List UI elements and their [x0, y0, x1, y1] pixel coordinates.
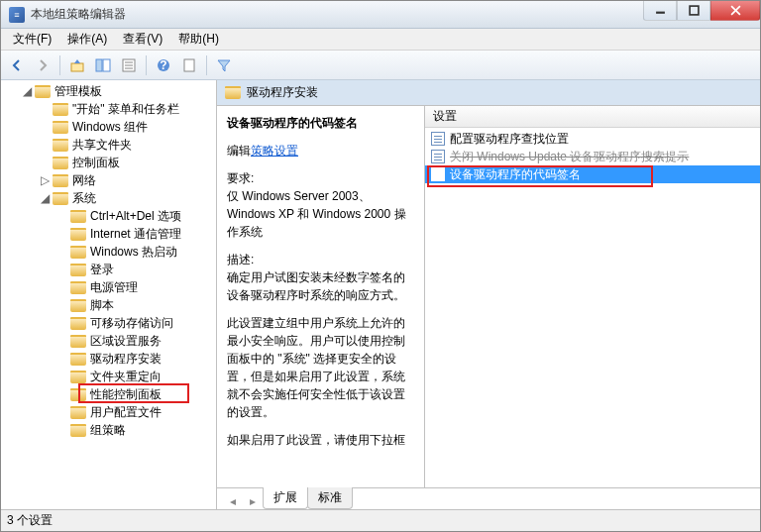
desc-title: 设备驱动程序的代码签名: [227, 114, 414, 132]
menu-help[interactable]: 帮助(H): [170, 29, 227, 50]
expand-placeholder: [56, 246, 68, 258]
close-button[interactable]: [710, 1, 760, 21]
expand-placeholder: [56, 299, 68, 311]
tree-label[interactable]: 网络: [72, 172, 96, 189]
tree-label[interactable]: Internet 通信管理: [90, 226, 181, 243]
tab-standard[interactable]: 标准: [307, 487, 353, 509]
folder-icon: [70, 210, 86, 223]
help-button[interactable]: ?: [152, 53, 175, 77]
svg-rect-13: [184, 59, 194, 71]
tree-item[interactable]: 控制面板: [1, 154, 216, 171]
tree-label[interactable]: 控制面板: [72, 155, 120, 171]
expand-placeholder[interactable]: [39, 157, 51, 168]
expand-placeholder[interactable]: [39, 103, 51, 115]
expand-placeholder: [56, 317, 68, 329]
tree-item[interactable]: 文件夹重定向: [1, 368, 216, 385]
tree-item[interactable]: 组策略: [1, 421, 216, 439]
tree-label[interactable]: 系统: [72, 190, 96, 207]
tree-item[interactable]: 登录: [1, 261, 216, 278]
folder-icon: [70, 424, 86, 437]
svg-rect-4: [71, 63, 83, 71]
tree-item[interactable]: Windows 组件: [1, 118, 216, 136]
tab-extended[interactable]: 扩展: [263, 487, 308, 509]
tree-item[interactable]: 性能控制面板: [1, 385, 216, 403]
tree-item[interactable]: "开始" 菜单和任务栏: [1, 100, 216, 118]
tree-label[interactable]: 登录: [90, 262, 114, 278]
expand-placeholder: [56, 353, 68, 365]
tree-label[interactable]: 电源管理: [90, 279, 138, 296]
tree-item[interactable]: Internet 通信管理: [1, 225, 216, 243]
tree-label[interactable]: 性能控制面板: [90, 386, 162, 403]
list-item[interactable]: 关闭 Windows Update 设备驱动程序搜索提示: [425, 148, 760, 165]
expand-placeholder[interactable]: [39, 139, 51, 151]
tab-next-icon[interactable]: ▸: [245, 493, 261, 509]
edit-line: 编辑策略设置: [227, 142, 414, 160]
folder-icon: [35, 85, 51, 98]
tree-item[interactable]: Ctrl+Alt+Del 选项: [1, 207, 216, 225]
forward-button[interactable]: [31, 53, 54, 77]
list-item-selected[interactable]: 设备驱动程序的代码签名: [425, 165, 760, 183]
tree-item[interactable]: 区域设置服务: [1, 332, 216, 350]
list-column-header[interactable]: 设置: [425, 106, 760, 128]
policy-settings-link[interactable]: 策略设置: [251, 144, 298, 158]
expand-placeholder: [56, 228, 68, 240]
tree-label[interactable]: Windows 组件: [72, 119, 148, 136]
svg-rect-1: [690, 6, 699, 15]
expand-placeholder: [56, 388, 68, 400]
tree-label[interactable]: 文件夹重定向: [90, 369, 162, 385]
maximize-button[interactable]: [677, 1, 710, 21]
tree-label[interactable]: 共享文件夹: [72, 137, 132, 154]
folder-icon: [70, 281, 86, 294]
list-body[interactable]: 配置驱动程序查找位置 关闭 Windows Update 设备驱动程序搜索提示 …: [425, 128, 760, 487]
tree-item[interactable]: ▷网络: [1, 171, 216, 189]
folder-icon: [70, 299, 86, 312]
tree-item[interactable]: 电源管理: [1, 278, 216, 296]
folder-icon: [53, 103, 68, 116]
folder-icon: [70, 335, 86, 348]
tree-root[interactable]: ◢ 管理模板: [1, 82, 216, 100]
tree-label[interactable]: Windows 热启动: [90, 244, 177, 261]
tree-item[interactable]: 可移动存储访问: [1, 314, 216, 332]
tree-item[interactable]: 驱动程序安装: [1, 350, 216, 368]
tree-label[interactable]: Ctrl+Alt+Del 选项: [90, 208, 181, 225]
tree-label[interactable]: "开始" 菜单和任务栏: [72, 101, 179, 118]
toolbar: ?: [1, 51, 760, 80]
list-item[interactable]: 配置驱动程序查找位置: [425, 130, 760, 148]
tree-label[interactable]: 管理模板: [54, 83, 102, 100]
properties-button[interactable]: [117, 53, 141, 77]
req-label: 要求:: [227, 169, 414, 187]
tree-item[interactable]: 脚本: [1, 296, 216, 314]
tree-label[interactable]: 区域设置服务: [90, 333, 162, 350]
tree-item[interactable]: ◢系统: [1, 189, 216, 207]
tree-label[interactable]: 驱动程序安装: [90, 351, 162, 368]
tree-label[interactable]: 用户配置文件: [90, 404, 162, 421]
tree-label[interactable]: 脚本: [90, 297, 114, 314]
main-area: ◢ 管理模板 "开始" 菜单和任务栏Windows 组件共享文件夹控制面板▷网络…: [1, 80, 760, 509]
tree-item[interactable]: 用户配置文件: [1, 403, 216, 421]
tree-item[interactable]: 共享文件夹: [1, 136, 216, 154]
menu-file[interactable]: 文件(F): [5, 29, 59, 50]
tabs-bar: ◂ ▸ 扩展 标准: [217, 487, 760, 509]
expand-icon[interactable]: ▷: [39, 174, 51, 186]
expand-icon[interactable]: ◢: [39, 192, 51, 204]
tree-pane[interactable]: ◢ 管理模板 "开始" 菜单和任务栏Windows 组件共享文件夹控制面板▷网络…: [1, 80, 217, 509]
folder-icon: [70, 371, 86, 383]
collapse-icon[interactable]: ◢: [21, 85, 33, 97]
up-button[interactable]: [65, 53, 89, 77]
folder-icon: [53, 192, 68, 205]
desc-text-3: 如果启用了此设置，请使用下拉框: [227, 431, 414, 449]
folder-icon: [70, 353, 86, 366]
expand-placeholder[interactable]: [39, 121, 51, 133]
export-button[interactable]: [177, 53, 201, 77]
menu-action[interactable]: 操作(A): [59, 29, 115, 50]
filter-button[interactable]: [212, 53, 236, 77]
tree-label[interactable]: 组策略: [90, 422, 126, 439]
status-text: 3 个设置: [7, 512, 53, 529]
tree-item[interactable]: Windows 热启动: [1, 243, 216, 261]
tree-label[interactable]: 可移动存储访问: [90, 315, 173, 332]
tab-prev-icon[interactable]: ◂: [225, 493, 241, 509]
back-button[interactable]: [5, 53, 29, 77]
menu-view[interactable]: 查看(V): [115, 29, 170, 50]
minimize-button[interactable]: [643, 1, 677, 21]
show-hide-tree-button[interactable]: [91, 53, 115, 77]
